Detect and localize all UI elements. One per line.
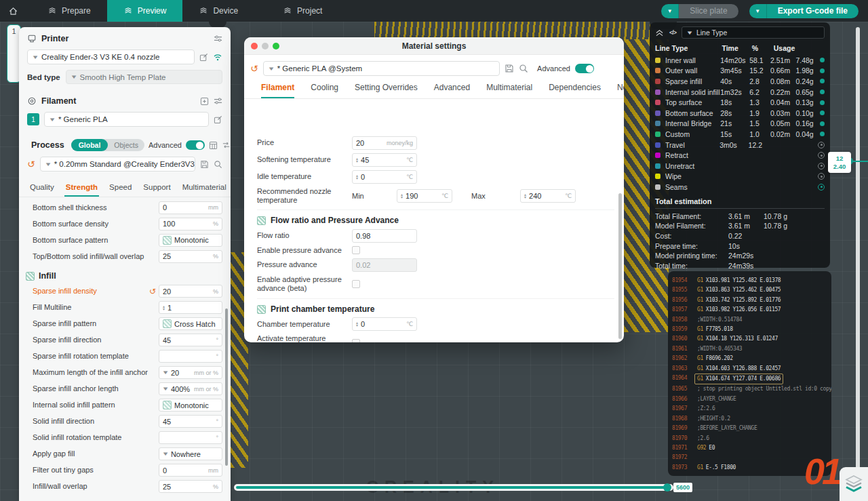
process-category-tab[interactable]: Multimaterial bbox=[181, 181, 228, 197]
edit-filament-icon[interactable] bbox=[214, 115, 222, 124]
field-input[interactable]: ▴▾ 0 ℃ bbox=[352, 317, 417, 331]
search-parameter-icon[interactable] bbox=[214, 160, 222, 169]
parameter-input[interactable]: ▴▾ ▼ Monotonic bbox=[159, 399, 222, 412]
save-preset-icon[interactable] bbox=[200, 160, 209, 169]
stepper-arrows-icon[interactable]: ▴▾ bbox=[401, 193, 403, 199]
visibility-toggle-icon[interactable] bbox=[820, 121, 825, 126]
parameter-input[interactable]: ▴▾ ▼ 0 mm bbox=[159, 464, 222, 477]
filament-slot-badge[interactable]: 1 bbox=[27, 113, 39, 125]
visibility-toggle-icon[interactable] bbox=[818, 152, 825, 159]
process-category-tab[interactable]: Support bbox=[142, 181, 172, 197]
dialog-titlebar[interactable]: Material settings bbox=[244, 37, 624, 55]
parameter-input[interactable]: ▴▾ ▼ ° bbox=[159, 350, 222, 363]
collapse-panel-icon[interactable] bbox=[655, 29, 664, 37]
move-slider-handle[interactable] bbox=[663, 483, 671, 492]
workflow-tab[interactable]: Project bbox=[267, 0, 338, 22]
export-gcode-button[interactable]: ▼ Export G-code file bbox=[749, 4, 859, 18]
stepper-arrows-icon[interactable]: ▴▾ bbox=[356, 157, 358, 163]
scope-objects-button[interactable]: Objects bbox=[108, 141, 144, 149]
field-input[interactable]: ▴▾ 20 money/kg bbox=[352, 136, 417, 150]
parameter-input[interactable]: ▴▾ ▼ ° bbox=[159, 431, 222, 444]
workflow-tab[interactable]: Device bbox=[182, 0, 254, 22]
stepper-arrows-icon[interactable]: ▴▾ bbox=[356, 174, 358, 180]
visibility-toggle-icon[interactable] bbox=[820, 79, 825, 83]
material-tab[interactable]: Advanced bbox=[434, 83, 470, 98]
workflow-tab[interactable]: Prepare bbox=[31, 0, 107, 22]
process-category-tab[interactable]: Speed bbox=[108, 181, 133, 197]
compare-preset-icon[interactable] bbox=[222, 141, 231, 149]
sidebar-scrollbar[interactable] bbox=[225, 308, 228, 466]
visibility-toggle-icon[interactable] bbox=[820, 111, 825, 115]
parameter-input[interactable]: ▴▾ ▼ 25 % bbox=[159, 480, 222, 493]
visibility-toggle-icon[interactable] bbox=[820, 58, 825, 62]
slice-plate-button[interactable]: ▼ Slice plate bbox=[661, 4, 738, 18]
stepper-arrows-icon[interactable]: ▴▾ bbox=[524, 193, 526, 199]
printer-settings-icon[interactable] bbox=[214, 35, 222, 43]
stepper-arrows-icon[interactable]: ▴▾ bbox=[356, 321, 358, 327]
export-dropdown-cap[interactable]: ▼ bbox=[749, 4, 767, 18]
process-advanced-toggle[interactable] bbox=[186, 140, 205, 150]
dialog-advanced-toggle[interactable] bbox=[575, 64, 594, 73]
workflow-tab[interactable]: Preview bbox=[107, 0, 183, 22]
edit-printer-icon[interactable] bbox=[199, 53, 208, 62]
slice-plate-label[interactable]: Slice plate bbox=[679, 4, 738, 18]
reset-process-icon[interactable]: ↺ bbox=[27, 159, 35, 169]
parameter-input[interactable]: ▴▾ ▼ 20 mm or % bbox=[159, 366, 222, 379]
visibility-toggle-icon[interactable] bbox=[820, 68, 825, 73]
field-checkbox[interactable] bbox=[352, 339, 360, 342]
process-category-tab[interactable]: Strength bbox=[64, 181, 99, 197]
field-input[interactable]: ▴▾ 0 ℃ bbox=[352, 170, 417, 184]
parameter-input[interactable]: ▴▾ ▼ Cross Hatch bbox=[159, 317, 222, 330]
visibility-toggle-icon[interactable] bbox=[820, 132, 825, 136]
dialog-scrollbar[interactable] bbox=[618, 193, 622, 339]
parameter-input[interactable]: ▴▾ ▼ 1 bbox=[159, 301, 222, 314]
layer-slider-track[interactable] bbox=[856, 27, 860, 473]
search-material-icon[interactable] bbox=[519, 64, 528, 73]
filament-preset-dropdown[interactable]: ▼ * Generic PLA bbox=[44, 112, 209, 127]
parameter-input[interactable]: ▴▾ ▼ 25 % bbox=[159, 250, 222, 263]
reset-parameter-icon[interactable]: ↺ bbox=[149, 287, 156, 296]
move-slider-track[interactable] bbox=[234, 484, 673, 491]
material-tab[interactable]: Dependencies bbox=[549, 83, 601, 98]
material-tab[interactable]: Notes bbox=[617, 83, 624, 98]
parameter-input[interactable]: ▴▾ ▼ 45 ° bbox=[159, 334, 222, 346]
export-gcode-label[interactable]: Export G-code file bbox=[767, 4, 859, 18]
filament-settings-icon[interactable] bbox=[214, 97, 222, 105]
field-input-2[interactable]: ▴▾ 240 ℃ bbox=[520, 189, 576, 203]
visibility-toggle-icon[interactable] bbox=[818, 142, 825, 148]
printer-preset-dropdown[interactable]: ▼ Creality Ender-3 V3 KE 0.4 nozzle bbox=[27, 49, 195, 64]
visibility-toggle-icon[interactable] bbox=[820, 100, 825, 105]
slice-dropdown-cap[interactable]: ▼ bbox=[661, 4, 679, 18]
parameter-table-icon[interactable] bbox=[209, 141, 218, 150]
parameter-input[interactable]: ▴▾ ▼ 20 % bbox=[159, 285, 222, 298]
reset-material-icon[interactable]: ↺ bbox=[250, 64, 258, 73]
visibility-toggle-icon[interactable] bbox=[818, 184, 825, 191]
material-preset-dropdown[interactable]: ▼ * Generic PLA @System bbox=[263, 61, 500, 76]
home-button[interactable] bbox=[0, 0, 26, 22]
process-preset-dropdown[interactable]: ▼ * 0.20mm Standard @Creality Ender3V3KE bbox=[40, 157, 195, 172]
parameter-input[interactable]: ▴▾ ▼ 0 mm bbox=[159, 201, 222, 214]
material-tab[interactable]: Cooling bbox=[311, 83, 338, 98]
process-category-tab[interactable]: Quality bbox=[28, 181, 56, 197]
material-tab[interactable]: Multimaterial bbox=[486, 83, 532, 98]
visibility-toggle-icon[interactable] bbox=[818, 173, 825, 180]
parameter-input[interactable]: ▴▾ ▼ 100 % bbox=[159, 218, 222, 231]
visibility-toggle-icon[interactable] bbox=[818, 163, 825, 169]
add-filament-icon[interactable] bbox=[200, 97, 209, 106]
material-tab[interactable]: Filament bbox=[261, 83, 294, 98]
material-tab[interactable]: Setting Overrides bbox=[355, 83, 418, 98]
parameter-input[interactable]: ▴▾ ▼ 400% mm or % bbox=[159, 382, 222, 395]
parameter-input[interactable]: ▴▾ ▼ Monotonic bbox=[159, 234, 222, 247]
field-input-1[interactable]: ▴▾ 190 ℃ bbox=[397, 189, 452, 203]
field-input[interactable]: ▴▾ 0.02 bbox=[352, 258, 417, 272]
stepper-arrows-icon[interactable]: ▴▾ bbox=[163, 305, 165, 310]
field-checkbox[interactable] bbox=[352, 246, 360, 254]
gcode-view-icon[interactable]: </> bbox=[669, 29, 676, 36]
view-mode-dropdown[interactable]: ▼ Line Type bbox=[682, 26, 825, 39]
field-input[interactable]: ▴▾ 45 ℃ bbox=[352, 153, 417, 167]
wifi-connect-icon[interactable] bbox=[213, 53, 222, 61]
save-material-icon[interactable] bbox=[505, 64, 514, 73]
field-input[interactable]: ▴▾ 0.98 bbox=[352, 229, 417, 243]
parameter-input[interactable]: ▴▾ ▼ Nowhere bbox=[159, 447, 222, 460]
field-checkbox[interactable] bbox=[352, 280, 360, 288]
